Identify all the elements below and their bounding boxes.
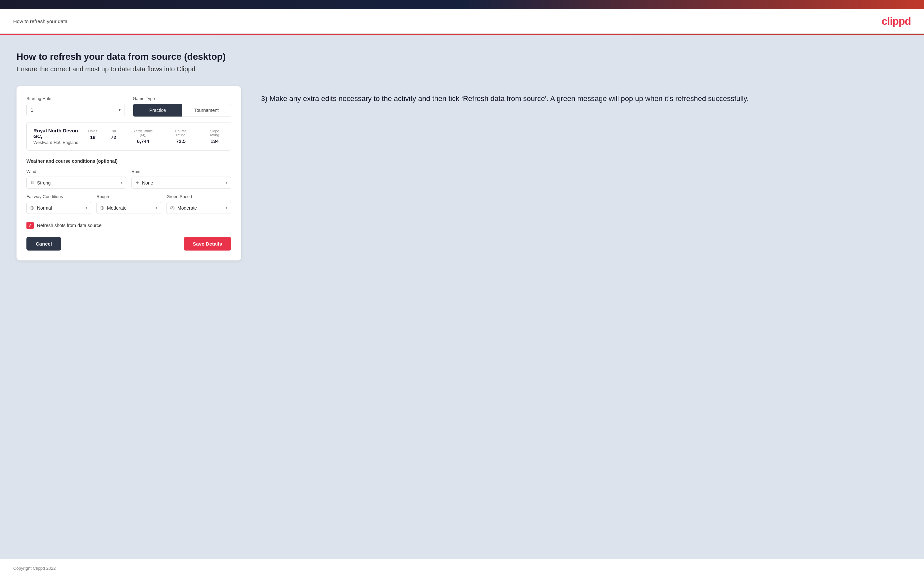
green-speed-chevron-icon: ▾ bbox=[226, 206, 228, 210]
fairway-icon: ⊕ bbox=[30, 205, 34, 211]
rough-label: Rough bbox=[97, 194, 161, 199]
course-stats: Holes 18 Par 72 Yards/White (M)) 6,744 C… bbox=[88, 129, 224, 144]
stat-slope-rating: Slope rating 134 bbox=[205, 129, 224, 144]
rain-select-wrapper: ✦ None Light Heavy ▾ bbox=[131, 177, 231, 189]
par-value: 72 bbox=[111, 134, 116, 140]
holes-label: Holes bbox=[88, 129, 97, 133]
content-area: Starting Hole 1 10 ▾ Game Type Practice … bbox=[16, 86, 908, 260]
rain-select[interactable]: None Light Heavy bbox=[142, 180, 223, 185]
starting-hole-label: Starting Hole bbox=[26, 96, 125, 101]
course-rating-value: 72.5 bbox=[170, 138, 192, 144]
game-type-label: Game Type bbox=[133, 96, 231, 101]
starting-game-row: Starting Hole 1 10 ▾ Game Type Practice … bbox=[26, 96, 231, 117]
stat-yards: Yards/White (M)) 6,744 bbox=[129, 129, 157, 144]
green-speed-icon: ◎ bbox=[170, 205, 175, 211]
tournament-button[interactable]: Tournament bbox=[182, 104, 231, 116]
stat-par: Par 72 bbox=[111, 129, 116, 144]
wind-chevron-icon: ▾ bbox=[121, 181, 123, 185]
footer-text: Copyright Clippd 2022 bbox=[13, 566, 56, 571]
page-subheading: Ensure the correct and most up to date d… bbox=[16, 65, 908, 73]
yards-value: 6,744 bbox=[129, 138, 157, 144]
wind-rain-row: Wind ≋ Strong Light None ▾ Rain ✦ bbox=[26, 169, 231, 189]
conditions-section-title: Weather and course conditions (optional) bbox=[26, 158, 231, 164]
green-speed-select[interactable]: Moderate Fast Slow bbox=[178, 205, 223, 211]
holes-value: 18 bbox=[88, 134, 97, 140]
fairway-select[interactable]: Normal Soft Hard bbox=[37, 205, 83, 211]
top-bar bbox=[0, 0, 924, 9]
checkmark-icon: ✓ bbox=[28, 223, 32, 228]
page-heading: How to refresh your data from source (de… bbox=[16, 52, 908, 62]
save-details-button[interactable]: Save Details bbox=[184, 237, 231, 251]
practice-button[interactable]: Practice bbox=[133, 104, 182, 116]
rain-chevron-icon: ▾ bbox=[226, 181, 228, 185]
wind-field: Wind ≋ Strong Light None ▾ bbox=[26, 169, 126, 189]
rough-field: Rough ⊕ Moderate Light Heavy ▾ bbox=[97, 194, 161, 214]
green-speed-label: Green Speed bbox=[166, 194, 231, 199]
rough-icon: ⊕ bbox=[100, 205, 104, 211]
refresh-checkbox-row: ✓ Refresh shots from data source bbox=[26, 222, 231, 229]
fairway-rough-green-row: Fairway Conditions ⊕ Normal Soft Hard ▾ … bbox=[26, 194, 231, 214]
fairway-label: Fairway Conditions bbox=[26, 194, 91, 199]
wind-select-wrapper: ≋ Strong Light None ▾ bbox=[26, 177, 126, 189]
rain-field: Rain ✦ None Light Heavy ▾ bbox=[131, 169, 231, 189]
wind-select[interactable]: Strong Light None bbox=[37, 180, 118, 185]
rough-select[interactable]: Moderate Light Heavy bbox=[107, 205, 153, 211]
game-type-section: Game Type Practice Tournament bbox=[133, 96, 231, 117]
fairway-chevron-icon: ▾ bbox=[86, 206, 87, 210]
side-info: 3) Make any extra edits necessary to the… bbox=[261, 86, 908, 104]
cancel-button[interactable]: Cancel bbox=[26, 237, 61, 251]
green-speed-field: Green Speed ◎ Moderate Fast Slow ▾ bbox=[166, 194, 231, 214]
slope-rating-label: Slope rating bbox=[205, 129, 224, 137]
course-info-box: Royal North Devon GC, Westward Ho!, Engl… bbox=[26, 122, 231, 150]
course-rating-label: Course rating bbox=[170, 129, 192, 137]
main-content: How to refresh your data from source (de… bbox=[0, 35, 924, 559]
stat-holes: Holes 18 bbox=[88, 129, 97, 144]
header: How to refresh your data clippd bbox=[0, 9, 924, 34]
starting-hole-section: Starting Hole 1 10 ▾ bbox=[26, 96, 125, 117]
yards-label: Yards/White (M)) bbox=[129, 129, 157, 137]
course-details: Royal North Devon GC, Westward Ho!, Engl… bbox=[33, 128, 88, 145]
course-name: Royal North Devon GC, bbox=[33, 128, 88, 139]
fairway-field: Fairway Conditions ⊕ Normal Soft Hard ▾ bbox=[26, 194, 91, 214]
course-location: Westward Ho!, England bbox=[33, 140, 88, 145]
starting-hole-select[interactable]: 1 10 bbox=[27, 104, 124, 116]
wind-label: Wind bbox=[26, 169, 126, 174]
side-info-text: 3) Make any extra edits necessary to the… bbox=[261, 93, 908, 104]
rough-chevron-icon: ▾ bbox=[156, 206, 158, 210]
refresh-checkbox-label: Refresh shots from data source bbox=[37, 223, 102, 228]
green-speed-select-wrapper: ◎ Moderate Fast Slow ▾ bbox=[166, 202, 231, 214]
rough-select-wrapper: ⊕ Moderate Light Heavy ▾ bbox=[97, 202, 161, 214]
refresh-checkbox[interactable]: ✓ bbox=[26, 222, 34, 229]
game-type-toggle-group: Practice Tournament bbox=[133, 104, 231, 117]
footer: Copyright Clippd 2022 bbox=[0, 559, 924, 577]
stat-course-rating: Course rating 72.5 bbox=[170, 129, 192, 144]
header-title: How to refresh your data bbox=[13, 18, 68, 24]
logo: clippd bbox=[882, 15, 911, 27]
rain-icon: ✦ bbox=[135, 180, 139, 186]
par-label: Par bbox=[111, 129, 116, 133]
slope-rating-value: 134 bbox=[205, 138, 224, 144]
starting-hole-select-wrapper: 1 10 ▾ bbox=[26, 104, 125, 116]
rain-label: Rain bbox=[131, 169, 231, 174]
button-row: Cancel Save Details bbox=[26, 237, 231, 251]
form-panel: Starting Hole 1 10 ▾ Game Type Practice … bbox=[16, 86, 241, 260]
fairway-select-wrapper: ⊕ Normal Soft Hard ▾ bbox=[26, 202, 91, 214]
wind-icon: ≋ bbox=[30, 180, 34, 186]
